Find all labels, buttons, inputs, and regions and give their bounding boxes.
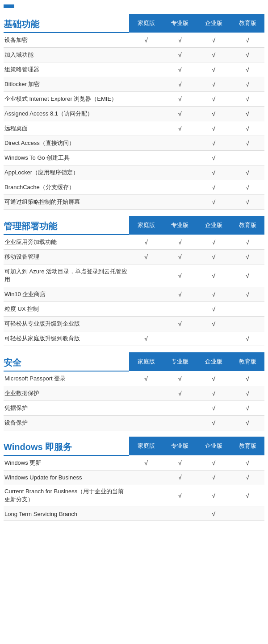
table-row: 加入域功能√√√ [4,48,264,62]
feature-name: 远程桌面 [4,121,129,136]
check-ent: √ [197,33,231,48]
check-edu: √ [230,386,264,401]
check-edu: √ [230,121,264,136]
check-edu: √ [230,107,264,121]
check-pro: √ [163,386,197,401]
edition-header-企业版: 企业版 [197,216,231,235]
feature-name: AppLocker（应用程序锁定） [4,165,129,180]
edition-header-家庭版: 家庭版 [129,14,163,33]
check-pro [163,401,197,416]
check-home: √ [129,250,163,264]
check-pro: √ [163,455,197,471]
check-home [129,136,163,151]
table-row: 粒度 UX 控制√ [4,302,264,317]
feature-name: 设备保护 [4,416,129,430]
feature-name: Windows 更新 [4,455,129,471]
check-pro: √ [163,264,197,287]
check-ent: √ [197,195,231,210]
feature-name: 可轻松从专业版升级到企业版 [4,317,129,331]
category-security: 安全家庭版专业版企业版教育版Microsoft Passport 登录√√√√企… [4,352,264,430]
feature-name: 可加入到 Azure 活动目录，单点登录到云托管应用 [4,264,129,287]
feature-name: Bitlocker 加密 [4,77,129,92]
check-pro: √ [163,235,197,250]
check-pro: √ [163,471,197,484]
check-ent: √ [197,264,231,287]
feature-name: 企业数据保护 [4,386,129,401]
category-basic: 基础功能家庭版专业版企业版教育版设备加密√√√√加入域功能√√√组策略管理器√√… [4,14,264,210]
check-ent: √ [197,455,231,471]
check-pro [163,302,197,317]
category-title-basic: 基础功能 [4,14,129,32]
category-windows-service: Windows 即服务家庭版专业版企业版教育版Windows 更新√√√√Win… [4,437,264,521]
check-home [129,48,163,62]
check-edu [230,317,264,331]
table-row: Windows Update for Business√√√ [4,471,264,484]
section-header [4,4,14,8]
feature-name: 企业模式 Internet Explorer 浏览器（EMIE） [4,92,129,107]
check-ent: √ [197,416,231,430]
edition-header-专业版: 专业版 [163,437,197,455]
check-edu: √ [230,287,264,302]
check-pro: √ [163,48,197,62]
edition-header-教育版: 教育版 [230,216,264,235]
check-home [129,471,163,484]
edition-header-专业版: 专业版 [163,14,197,33]
feature-name: 企业应用旁加载功能 [4,235,129,250]
check-edu: √ [230,165,264,180]
check-ent: √ [197,180,231,195]
check-ent: √ [197,386,231,401]
check-edu: √ [230,235,264,250]
check-pro: √ [163,484,197,507]
edition-header-企业版: 企业版 [197,437,231,455]
table-row: Assigned Access 8.1（访问分配）√√√ [4,107,264,121]
table-row: 可轻松从专业版升级到企业版√√ [4,317,264,331]
feature-name: Assigned Access 8.1（访问分配） [4,107,129,121]
check-pro: √ [163,317,197,331]
check-ent: √ [197,507,231,521]
check-edu [230,507,264,521]
feature-name: BranchCache（分支缓存） [4,180,129,195]
table-row: Long Term Servicing Branch√ [4,507,264,521]
check-ent: √ [197,151,231,165]
edition-header-家庭版: 家庭版 [129,437,163,455]
table-row: 企业模式 Internet Explorer 浏览器（EMIE）√√√ [4,92,264,107]
check-home [129,62,163,77]
check-edu: √ [230,77,264,92]
page-wrapper: 基础功能家庭版专业版企业版教育版设备加密√√√√加入域功能√√√组策略管理器√√… [0,0,268,532]
check-home [129,264,163,287]
table-row: Current Branch for Business（用于企业的当前更新分支）… [4,484,264,507]
check-edu: √ [230,401,264,416]
check-ent: √ [197,302,231,317]
check-home [129,484,163,507]
check-pro: √ [163,77,197,92]
feature-name: Current Branch for Business（用于企业的当前更新分支） [4,484,129,507]
check-ent: √ [197,121,231,136]
check-home [129,386,163,401]
table-row: Windows To Go 创建工具√ [4,151,264,165]
edition-header-企业版: 企业版 [197,14,231,33]
check-edu: √ [230,62,264,77]
check-edu: √ [230,48,264,62]
table-row: 远程桌面√√√ [4,121,264,136]
check-edu: √ [230,195,264,210]
feature-name: Windows Update for Business [4,471,129,484]
feature-name: Win10 企业商店 [4,287,129,302]
table-row: 可加入到 Azure 活动目录，单点登录到云托管应用√√√ [4,264,264,287]
check-ent: √ [197,371,231,386]
edition-header-企业版: 企业版 [197,352,231,371]
feature-name: Windows To Go 创建工具 [4,151,129,165]
check-home [129,317,163,331]
check-edu [230,151,264,165]
check-ent: √ [197,317,231,331]
table-row: Direct Access（直接访问）√√ [4,136,264,151]
table-row: AppLocker（应用程序锁定）√√ [4,165,264,180]
table-row: 可轻松从家庭版升级到教育版√√ [4,331,264,346]
check-pro: √ [163,250,197,264]
check-ent: √ [197,471,231,484]
check-ent: √ [197,165,231,180]
edition-header-专业版: 专业版 [163,216,197,235]
table-row: 组策略管理器√√√ [4,62,264,77]
check-home [129,507,163,521]
check-pro [163,331,197,346]
check-edu: √ [230,371,264,386]
